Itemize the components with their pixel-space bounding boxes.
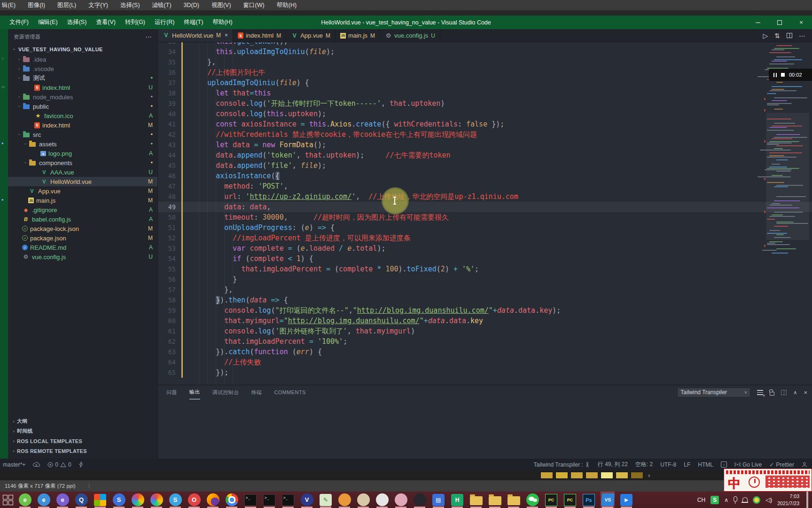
close-button[interactable]: ×: [790, 16, 812, 29]
panel-tab-问题[interactable]: 问题: [166, 385, 177, 399]
taskbar-icon-browser-swirl-2[interactable]: [149, 492, 164, 508]
color-swatch[interactable]: [631, 472, 643, 479]
split-diff-icon[interactable]: ⇅: [774, 32, 780, 40]
indentation-setting[interactable]: 空格: 2: [635, 460, 653, 468]
start-button[interactable]: [0, 492, 16, 508]
volume-icon[interactable]: ◁): [765, 496, 772, 503]
prettier-status[interactable]: ✓ Prettier: [769, 461, 794, 468]
language-mode[interactable]: HTML: [698, 461, 713, 468]
panel-tab-输出[interactable]: 输出: [189, 385, 200, 399]
editor-tab-HelloWorld.vue[interactable]: HelloWorld.vueM×: [158, 29, 233, 42]
tree-item-vue.config.js[interactable]: vue.config.jsU: [8, 252, 157, 262]
maximize-button[interactable]: [769, 16, 790, 29]
minimize-button[interactable]: ─: [747, 16, 769, 29]
taskbar-icon-cmd-1[interactable]: >_: [243, 492, 258, 508]
maximize-panel-icon[interactable]: ∧: [793, 389, 797, 396]
editor-tab-vue.config.js[interactable]: vue.config.jsU: [380, 29, 440, 42]
tree-item-测试[interactable]: ›测试•: [8, 73, 157, 83]
close-tab-icon[interactable]: ×: [225, 32, 228, 39]
close-panel-icon[interactable]: ×: [804, 389, 807, 396]
tree-item-.gitignore[interactable]: .gitignoreA: [8, 205, 157, 214]
tree-item-components[interactable]: ›components•: [8, 158, 157, 167]
taskbar-icon-avatar-knot[interactable]: [356, 492, 370, 508]
taskbar-icon-skype[interactable]: S: [168, 492, 182, 508]
more-actions-icon[interactable]: ⋯: [799, 32, 805, 40]
ps-menu-item[interactable]: 滤镜(T): [151, 1, 172, 9]
tree-item-README.md[interactable]: README.mdA: [8, 243, 157, 252]
minimap[interactable]: [767, 42, 808, 325]
lightning-icon[interactable]: [79, 461, 83, 468]
taskbar-icon-browser-swirl-1[interactable]: [131, 492, 145, 508]
vscode-menu-item[interactable]: 运行(R): [151, 17, 178, 27]
chevron-down-icon[interactable]: ∨: [648, 473, 651, 478]
tree-item-.idea[interactable]: ›.idea: [8, 55, 157, 64]
sidebar-section-ROS LOCAL TEMPLATES[interactable]: ›ROS LOCAL TEMPLATES: [8, 436, 157, 446]
color-swatch[interactable]: [570, 472, 583, 479]
tree-item-HelloWorld.vue[interactable]: HelloWorld.vueM: [8, 177, 157, 186]
taskbar-icon-folder-3[interactable]: [507, 492, 521, 508]
taskbar-icon-browser-q[interactable]: Q: [74, 492, 88, 508]
problems-indicator[interactable]: 0 0: [47, 461, 71, 468]
tree-item-App.vue[interactable]: App.vueM: [8, 186, 157, 196]
taskbar-icon-win-colored[interactable]: [93, 492, 107, 508]
stop-icon[interactable]: [781, 73, 785, 77]
code-editor[interactable]: 33 this.get_token();34 this.uploadImgToQ…: [158, 42, 812, 385]
editor-tab-main.js[interactable]: main.jsM: [336, 29, 380, 42]
taskbar-icon-browser-ie[interactable]: e: [37, 492, 51, 508]
explorer-more-actions-icon[interactable]: ⋯: [146, 33, 152, 40]
tray-app-icon[interactable]: [753, 496, 760, 504]
show-desktop-button[interactable]: [806, 492, 808, 508]
cursor-position[interactable]: 行 49, 列 22: [598, 460, 628, 468]
taskbar-icon-app-v[interactable]: V: [300, 492, 314, 508]
taskbar-icon-folder-2[interactable]: [488, 492, 502, 508]
taskbar-icon-avatar-wolf[interactable]: [413, 492, 427, 508]
output-channel-select[interactable]: Tailwind Transpiler ∨: [677, 388, 750, 397]
microphone-icon[interactable]: [734, 496, 737, 502]
tree-item-index.html[interactable]: index.htmlU: [8, 83, 157, 92]
taskbar-icon-cmd-2[interactable]: >_: [262, 492, 276, 508]
tailwind-status[interactable]: Tailwind Transpiler :: [533, 461, 590, 468]
feedback-icon[interactable]: [802, 462, 807, 468]
vscode-menu-item[interactable]: 编辑(E): [34, 17, 62, 27]
color-swatch[interactable]: [616, 472, 628, 479]
ps-menu-item[interactable]: 辑(E): [1, 1, 16, 9]
taskbar-icon-pycharm-2[interactable]: PC: [563, 492, 577, 508]
taskbar-icon-wechat[interactable]: [525, 492, 539, 508]
ps-menu-item[interactable]: 帮助(H): [276, 1, 297, 9]
tree-item-package-lock.json[interactable]: package-lock.jsonM: [8, 224, 157, 233]
vscode-menu-item[interactable]: 查看(V): [92, 17, 119, 27]
eol-setting[interactable]: LF: [684, 461, 690, 468]
vscode-menu-item[interactable]: 选择(S): [63, 17, 91, 27]
taskbar-icon-app-orange[interactable]: [337, 492, 351, 508]
taskbar-icon-browser-360[interactable]: e: [18, 492, 32, 508]
ps-menu-item[interactable]: 窗口(W): [242, 1, 265, 9]
ps-menu-item[interactable]: 视图(V): [211, 1, 232, 9]
tree-item-public[interactable]: ›public•: [8, 102, 157, 111]
tree-item-favicon.ico[interactable]: favicon.icoA: [8, 111, 157, 120]
taskbar-icon-avatar-ball[interactable]: [375, 492, 389, 508]
ime-language-indicator[interactable]: CH: [697, 497, 705, 503]
taskbar-icon-editor-app[interactable]: ✎: [319, 492, 333, 508]
tree-item-src[interactable]: ›src•: [8, 130, 157, 139]
vscode-menu-item[interactable]: 文件(F): [6, 17, 32, 27]
vscode-menu-item[interactable]: 帮助(H): [209, 17, 236, 27]
color-swatch[interactable]: [601, 472, 613, 479]
preview-icon[interactable]: ›: [721, 461, 727, 468]
tree-item-AAA.vue[interactable]: AAA.vueU: [8, 167, 157, 177]
unlock-icon[interactable]: [770, 392, 774, 396]
taskbar-icon-folder-1[interactable]: [469, 492, 483, 508]
tray-expand-icon[interactable]: ∧: [724, 497, 728, 503]
vscode-menu-item[interactable]: 终端(T): [180, 17, 207, 27]
sidebar-section-大纲[interactable]: ›大纲: [8, 416, 157, 426]
taskbar-icon-hbuilder[interactable]: H: [450, 492, 464, 508]
panel-tab-终端[interactable]: 终端: [251, 385, 262, 399]
chevron-right-icon[interactable]: 〉: [88, 483, 94, 490]
run-file-icon[interactable]: ▷: [763, 32, 768, 40]
taskbar-icon-chrome[interactable]: [225, 492, 239, 508]
ps-menu-item[interactable]: 图层(L): [56, 1, 77, 9]
tree-item-node_modules[interactable]: ›node_modules•: [8, 92, 157, 102]
taskbar-icon-video-player[interactable]: ▶: [619, 492, 633, 508]
tree-item-index.html[interactable]: index.htmlM: [8, 120, 157, 130]
taskbar-icon-firefox[interactable]: [206, 492, 220, 508]
workspace-root-folder[interactable]: › VUE_TEST_HAVING_NO_VALUE: [8, 44, 157, 55]
